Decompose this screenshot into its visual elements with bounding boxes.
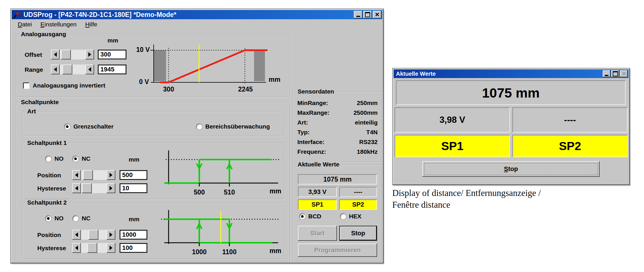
arrow-left-icon — [54, 67, 57, 72]
range-scrollbar-right-button[interactable] — [85, 65, 94, 74]
programmieren-button[interactable]: Programmieren — [298, 244, 377, 257]
main-window-titlebar[interactable]: UDSProg - [P42-T4N-2D-1C1-180E] *Demo-Mo… — [12, 10, 382, 19]
sp1-hysterese-input[interactable] — [120, 183, 147, 193]
sp2-hysterese-right-button[interactable] — [107, 243, 115, 253]
sp2-position-left-button[interactable] — [72, 230, 81, 240]
hex-label: HEX — [349, 213, 361, 220]
voltage-display: 3,93 V — [298, 187, 337, 197]
sp2-value-display: ---- — [512, 107, 628, 133]
sp1-position-right-button[interactable] — [107, 170, 115, 180]
minimize-button[interactable] — [603, 70, 610, 77]
sp1-nc-radio[interactable] — [72, 156, 79, 162]
range-scrollbar-left-button[interactable] — [51, 65, 60, 74]
offset-label: Offset — [25, 51, 42, 58]
sp2-hysterese-label: Hysterese — [37, 245, 66, 252]
close-button[interactable] — [373, 11, 381, 18]
sp2-hysterese-input[interactable] — [120, 243, 147, 253]
menu-hilfe[interactable]: Hilfe — [81, 20, 102, 28]
maximize-button[interactable] — [611, 70, 619, 77]
sp2-hysterese-scrollbar — [72, 243, 115, 253]
analog-mm-unit-label: mm — [99, 37, 126, 44]
sp2-hysterese-thumb[interactable] — [87, 243, 97, 253]
close-icon — [622, 72, 626, 76]
minimize-icon — [605, 75, 608, 76]
analog-ramp-line — [160, 50, 268, 82]
analogausgang-group: Analogausgang mm Offset Range Analogausg… — [16, 34, 290, 97]
sp2-mm-unit-label: mm — [120, 216, 148, 223]
analog-invert-checkbox[interactable] — [23, 82, 30, 89]
range-input[interactable] — [98, 65, 126, 74]
range-scrollbar — [51, 65, 94, 74]
sp1-hysterese-scrollbar — [72, 183, 115, 193]
sp1-no-label: NO — [54, 155, 64, 162]
sp2-position-thumb[interactable] — [89, 230, 98, 240]
close-icon — [375, 13, 379, 17]
sp1-hysterese-right-button[interactable] — [107, 183, 115, 193]
arrow-right-icon — [110, 173, 112, 177]
sp2-nc-radio[interactable] — [72, 215, 79, 222]
sp2-hysterese-left-button[interactable] — [72, 243, 81, 253]
maximize-icon — [613, 71, 618, 76]
sp2-hysterese-track[interactable] — [81, 243, 107, 253]
schaltpunkte-group: Schaltpunkte Art Grenzschalter Bereichsü… — [16, 102, 290, 262]
maximize-button[interactable] — [363, 11, 372, 18]
sensor-row-frequenz: Frequenz:180kHz — [297, 148, 378, 155]
arrow-right-icon — [88, 52, 91, 57]
sp1-position-left-button[interactable] — [72, 170, 81, 180]
sp2-hysteresis-chart: 1000 1100 mm — [158, 206, 285, 256]
menu-einstellungen[interactable]: Einstellungen — [36, 20, 81, 28]
sp1-position-track[interactable] — [81, 170, 107, 180]
offset-scrollbar-right-button[interactable] — [85, 50, 94, 59]
arrow-left-icon — [54, 52, 57, 57]
offset-scrollbar-left-button[interactable] — [51, 50, 60, 59]
stop-button[interactable]: Stop — [422, 161, 600, 177]
bcd-label: BCD — [308, 213, 321, 220]
far-deadzone-bar — [254, 50, 265, 81]
bereichsueberwachung-label: Bereichsüberwachung — [205, 123, 270, 130]
stop-button[interactable]: Stop — [339, 226, 377, 241]
sp2-position-input[interactable] — [120, 230, 147, 240]
sp2-position-track[interactable] — [81, 230, 107, 240]
offset-input[interactable] — [98, 50, 126, 59]
main-window-title: UDSProg - [P42-T4N-2D-1C1-180E] *Demo-Mo… — [24, 11, 176, 19]
sensor-row-maxrange: MaxRange:2500mm — [297, 109, 378, 116]
svg-text:0 V: 0 V — [139, 78, 149, 86]
offset-scrollbar-track[interactable] — [60, 50, 85, 59]
menu-datei[interactable]: Datei — [13, 20, 36, 28]
schaltpunkt2-group: Schaltpunkt 2 NO NC mm Position Hysteres… — [22, 203, 285, 259]
bcd-radio[interactable] — [299, 213, 306, 220]
sp1-hysterese-thumb[interactable] — [82, 183, 92, 193]
menubar: Datei Einstellungen Hilfe — [12, 20, 382, 29]
range-scrollbar-track[interactable] — [60, 65, 85, 74]
start-button[interactable]: Start — [298, 226, 337, 241]
sp2-position-right-button[interactable] — [107, 230, 115, 240]
sp1-hysterese-track[interactable] — [81, 183, 107, 193]
caption-line-2: Fenêtre distance — [392, 199, 587, 211]
svg-text:500: 500 — [194, 189, 205, 196]
close-button[interactable] — [620, 70, 628, 77]
distance-display: 1075 mm — [298, 174, 377, 184]
analog-invert-label: Analogausgang invertiert — [33, 82, 105, 89]
sp1-hysterese-left-button[interactable] — [72, 183, 81, 193]
sp2-indicator: SP2 — [339, 199, 377, 210]
bereichsueberwachung-radio[interactable] — [196, 123, 202, 130]
sp1-no-radio[interactable] — [45, 156, 52, 162]
sp1-position-thumb[interactable] — [83, 170, 93, 180]
schaltpunkt1-group: Schaltpunkt 1 NO NC mm Position Hysteres… — [22, 143, 285, 199]
schaltpunkt2-group-label: Schaltpunkt 2 — [26, 199, 69, 206]
sp1-hysterese-label: Hysterese — [37, 185, 66, 192]
sp1-position-input[interactable] — [120, 170, 147, 180]
svg-text:1000: 1000 — [192, 248, 206, 256]
sp1-indicator: SP1 — [298, 199, 337, 210]
svg-text:2245: 2245 — [238, 86, 253, 93]
hex-radio[interactable] — [340, 213, 346, 220]
range-scrollbar-thumb[interactable] — [63, 65, 72, 74]
sp1-position-label: Position — [37, 172, 61, 179]
minimize-button[interactable] — [354, 11, 362, 18]
values-window-titlebar[interactable]: Aktuelle Werte — [394, 69, 629, 78]
sp2-no-radio[interactable] — [45, 215, 52, 222]
offset-scrollbar-thumb[interactable] — [61, 50, 71, 59]
grenzschalter-radio[interactable] — [64, 123, 71, 130]
sensordaten-group-label: Sensordaten — [296, 88, 336, 95]
sensor-row-minrange: MinRange:250mm — [297, 100, 378, 106]
